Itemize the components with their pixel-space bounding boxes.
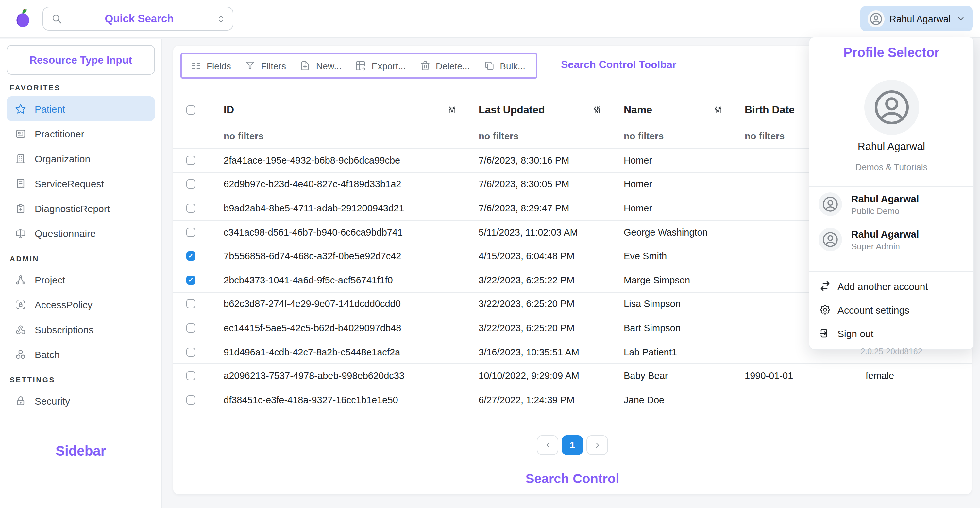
sign-out-item[interactable]: Sign out [809,321,974,345]
table-export-icon [355,60,366,71]
cell-id: b9ad2ab4-8be5-4711-adab-291200943d21 [210,203,466,213]
user-avatar-icon [819,192,842,216]
sidebar-item-servicerequest[interactable]: ServiceRequest [6,171,155,196]
row-checkbox[interactable] [186,227,196,236]
cell-id: 7b556858-6d74-468c-a32f-0be5e92d7c42 [210,251,466,261]
select-all-checkbox[interactable] [186,105,196,114]
cell-name: Homer [611,155,732,166]
sidebar-item-organization[interactable]: Organization [6,146,155,171]
adjustments-icon[interactable] [714,105,722,114]
row-checkbox[interactable] [186,204,196,213]
cell-name: Baby Bear [611,371,732,381]
cell-id: df38451c-e3fe-418a-9327-16cc1b1e1e50 [210,395,466,405]
medplum-logo-icon[interactable] [13,8,33,29]
cell-last-updated: 4/15/2023, 6:04:48 PM [466,251,611,261]
account-item-super-admin[interactable]: Rahul Agarwal Super Admin [809,222,974,257]
cubes-icon [15,348,26,360]
profile-button[interactable]: Rahul Agarwal [860,6,973,32]
row-checkbox[interactable] [186,395,196,404]
filters-label: Filters [261,61,286,71]
sidebar-item-label: Subscriptions [35,324,94,335]
forms-icon [15,227,26,239]
cell-name: Lisa Simpson [611,299,732,309]
row-checkbox[interactable] [186,347,196,356]
sidebar-item-questionnaire[interactable]: Questionnaire [6,220,155,246]
star-icon [15,103,26,114]
resource-type-input[interactable]: Resource Type Input [6,45,155,75]
sidebar-item-security[interactable]: Security [6,388,155,413]
cell-id: 2fa41ace-195e-4932-b6b8-9cb6dca99cbe [210,155,466,166]
cell-last-updated: 3/22/2023, 6:25:20 PM [466,299,611,309]
sidebar-item-batch[interactable]: Batch [6,342,155,367]
sidebar-item-label: Questionnaire [35,227,96,239]
cell-last-updated: 6/27/2022, 1:24:39 PM [466,395,611,405]
user-avatar-icon [819,228,842,251]
previous-page-button[interactable] [537,435,558,455]
sidebar-section-settings: SETTINGS [10,376,161,384]
sidebar-item-subscriptions[interactable]: Subscriptions [6,317,155,342]
sidebar-item-label: ServiceRequest [35,178,104,189]
quick-search-input[interactable]: Quick Search [43,6,233,31]
table-row[interactable]: a2096213-7537-4978-abeb-998eb620dc33 10/… [173,364,972,388]
cell-last-updated: 5/11/2023, 11:02:03 AM [466,227,611,237]
search-icon [51,13,63,24]
account-item-public-demo[interactable]: Rahul Agarwal Public Demo [809,187,974,222]
lock-icon [15,395,26,406]
cell-id: 62d9b97c-b23d-4e40-827c-4f189d33b1a2 [210,179,466,190]
filter-summary-id: no filters [210,131,466,141]
sidebar-item-diagnosticreport[interactable]: DiagnosticReport [6,196,155,220]
menu-divider [809,271,974,272]
row-checkbox[interactable] [186,251,196,260]
cell-id: ec14415f-5ae5-42c5-b62d-b4029097db48 [210,323,466,333]
export-button[interactable]: Export... [355,60,406,71]
fields-label: Fields [207,61,231,71]
sidebar-annotation: Sidebar [0,443,161,459]
delete-button[interactable]: Delete... [419,60,470,71]
profile-name: Rahul Agarwal [889,13,951,24]
cell-name: Homer [611,203,732,213]
building-icon [15,153,26,164]
chevron-right-icon [593,440,602,449]
cell-id: c341ac98-d561-46b7-b940-6c6ca9bdb741 [210,227,466,237]
row-checkbox[interactable] [186,371,196,380]
cell-last-updated: 7/6/2023, 8:30:05 PM [466,179,611,190]
filters-button[interactable]: Filters [245,60,286,71]
receipt-icon [15,178,26,189]
bulk-button[interactable]: Bulk... [484,60,525,71]
search-control-annotation: Search Control [173,471,972,486]
adjustments-icon[interactable] [448,105,456,114]
user-avatar-icon [864,80,919,135]
sidebar-item-accesspolicy[interactable]: AccessPolicy [6,292,155,317]
sidebar-item-patient[interactable]: Patient [6,96,155,121]
cell-last-updated: 3/16/2023, 10:35:51 AM [466,347,611,357]
adjustments-icon[interactable] [593,105,601,114]
cell-last-updated: 3/22/2023, 6:25:20 PM [466,323,611,333]
row-checkbox[interactable] [186,276,196,285]
app-root: Quick Search Rahul Agarwal Resource Type… [0,0,980,508]
profile-selector-menu: Profile Selector Rahul Agarwal Demos & T… [809,37,974,350]
row-checkbox[interactable] [186,156,196,165]
sidebar-item-label: Project [35,274,65,285]
column-header-birth-date: Birth Date [745,104,795,115]
sidebar-item-practitioner[interactable]: Practitioner [6,121,155,146]
sidebar-item-project[interactable]: Project [6,267,155,292]
trash-icon [419,60,431,71]
cell-name: Bart Simpson [611,323,732,333]
row-checkbox[interactable] [186,323,196,332]
file-plus-icon [300,60,311,71]
selector-icon [216,13,226,24]
row-checkbox[interactable] [186,299,196,309]
row-checkbox[interactable] [186,180,196,189]
page-1-button[interactable]: 1 [562,435,583,455]
cell-id: 2bcb4373-1041-4a6d-9f5c-acf56741f1f0 [210,275,466,286]
new-button[interactable]: New... [300,60,342,71]
sidebar-item-label: Organization [35,153,90,164]
table-row[interactable]: df38451c-e3fe-418a-9327-16cc1b1e1e50 6/2… [173,388,972,412]
pagination: 1 [173,435,972,455]
quick-search-annotation: Quick Search [63,13,216,25]
fields-button[interactable]: Fields [190,60,231,71]
add-another-account-item[interactable]: Add another account [809,274,974,298]
account-settings-item[interactable]: Account settings [809,298,974,321]
switch-arrows-icon [819,280,831,292]
next-page-button[interactable] [586,435,608,455]
